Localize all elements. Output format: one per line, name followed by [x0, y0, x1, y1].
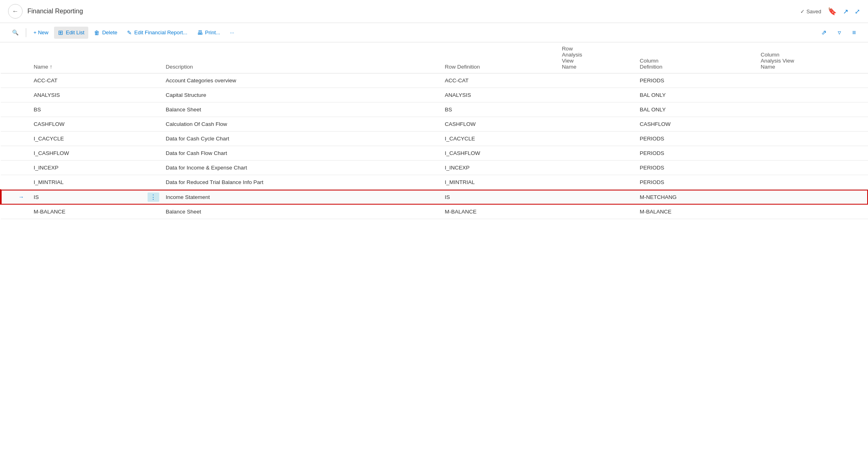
col-column-analysis-view-name: Column Analysis View Name: [756, 42, 868, 73]
row-arrow: [14, 117, 29, 132]
print-icon: 🖶: [197, 29, 203, 36]
row-row-definition: CASHFLOW: [440, 117, 557, 132]
row-analysis-view-name: [557, 117, 635, 132]
row-selector: [1, 190, 14, 205]
new-button-label: + New: [33, 29, 48, 36]
table-row[interactable]: ACC-CATAccount Categories overviewACC-CA…: [1, 73, 868, 88]
row-name: I_CACYCLE: [29, 132, 146, 146]
table-row[interactable]: ANALYSISCapital StructureANALYSISBAL ONL…: [1, 88, 868, 103]
row-column-analysis-view-name: [756, 117, 868, 132]
header-actions: ✓ Saved 🔖 ↗ ⤢: [800, 7, 860, 16]
row-selector: [1, 103, 14, 117]
row-column-definition: CASHFLOW: [635, 117, 756, 132]
edit-list-button[interactable]: ⊞ Edit List: [54, 27, 88, 39]
row-row-definition: ACC-CAT: [440, 73, 557, 88]
bookmark-icon[interactable]: 🔖: [828, 7, 837, 16]
row-arrow: [14, 103, 29, 117]
table-row[interactable]: →IS⋮Income StatementISM-NETCHANG: [1, 190, 868, 205]
row-row-definition: I_CACYCLE: [440, 132, 557, 146]
row-arrow: [14, 88, 29, 103]
new-button[interactable]: + New: [29, 27, 52, 38]
toolbar-filter-button[interactable]: ▿: [834, 26, 845, 39]
row-name: CASHFLOW: [29, 117, 146, 132]
print-button[interactable]: 🖶 Print...: [193, 27, 225, 38]
row-description: Data for Income & Expense Chart: [161, 161, 440, 175]
row-column-definition: M-NETCHANG: [635, 190, 756, 205]
row-row-definition: I_CASHFLOW: [440, 146, 557, 161]
row-context-menu: [146, 117, 161, 132]
delete-button[interactable]: 🗑 Delete: [90, 27, 121, 38]
row-row-definition: IS: [440, 190, 557, 205]
row-description: Data for Reduced Trial Balance Info Part: [161, 175, 440, 190]
financial-reports-table: Name ↑ Description Row Definition Row An…: [0, 42, 868, 219]
row-column-definition: BAL ONLY: [635, 103, 756, 117]
row-name: I_INCEXP: [29, 161, 146, 175]
row-column-definition: PERIODS: [635, 161, 756, 175]
search-button[interactable]: 🔍: [8, 27, 23, 38]
row-arrow: →: [14, 190, 29, 205]
toolbar-columns-button[interactable]: ≡: [848, 27, 860, 39]
page-header: ← Financial Reporting ✓ Saved 🔖 ↗ ⤢: [0, 0, 868, 23]
table-row[interactable]: I_MINTRIALData for Reduced Trial Balance…: [1, 175, 868, 190]
row-selector: [1, 73, 14, 88]
table-row[interactable]: I_CASHFLOWData for Cash Flow ChartI_CASH…: [1, 146, 868, 161]
delete-icon: 🗑: [94, 29, 100, 36]
share-icon[interactable]: ↗: [843, 8, 848, 15]
row-description: Income Statement: [161, 190, 440, 205]
row-column-analysis-view-name: [756, 175, 868, 190]
page-title: Financial Reporting: [27, 8, 795, 15]
row-name: IS: [29, 190, 146, 205]
row-context-menu: [146, 175, 161, 190]
toolbar-divider-1: [26, 28, 26, 37]
row-context-menu[interactable]: ⋮: [146, 190, 161, 205]
expand-icon[interactable]: ⤢: [855, 8, 860, 15]
edit-report-icon: ✎: [127, 29, 132, 36]
row-context-menu: [146, 73, 161, 88]
row-arrow: [14, 205, 29, 219]
row-analysis-view-name: [557, 175, 635, 190]
row-analysis-view-name: [557, 161, 635, 175]
row-description: Data for Cash Flow Chart: [161, 146, 440, 161]
more-icon: ···: [230, 29, 234, 36]
row-row-definition: I_INCEXP: [440, 161, 557, 175]
edit-report-button[interactable]: ✎ Edit Financial Report...: [123, 27, 192, 38]
row-description: Data for Cash Cycle Chart: [161, 132, 440, 146]
checkmark-icon: ✓: [800, 8, 805, 15]
col-column-definition: Column Definition: [635, 42, 756, 73]
row-name: ACC-CAT: [29, 73, 146, 88]
row-column-analysis-view-name: [756, 103, 868, 117]
back-button[interactable]: ←: [8, 4, 23, 19]
print-label: Print...: [205, 29, 221, 36]
row-column-analysis-view-name: [756, 205, 868, 219]
row-selector: [1, 205, 14, 219]
context-dots-icon[interactable]: ⋮: [148, 192, 159, 202]
table-row[interactable]: CASHFLOWCalculation Of Cash FlowCASHFLOW…: [1, 117, 868, 132]
table-row[interactable]: I_INCEXPData for Income & Expense ChartI…: [1, 161, 868, 175]
row-analysis-view-name: [557, 73, 635, 88]
table-row[interactable]: BSBalance SheetBSBAL ONLY: [1, 103, 868, 117]
table-row[interactable]: I_CACYCLEData for Cash Cycle ChartI_CACY…: [1, 132, 868, 146]
row-description: Account Categories overview: [161, 73, 440, 88]
row-context-menu: [146, 88, 161, 103]
col-name[interactable]: Name ↑: [29, 42, 146, 73]
row-column-analysis-view-name: [756, 73, 868, 88]
row-description: Calculation Of Cash Flow: [161, 117, 440, 132]
saved-label: Saved: [806, 8, 821, 15]
col-ctx: [146, 42, 161, 73]
row-column-definition: PERIODS: [635, 175, 756, 190]
delete-label: Delete: [102, 29, 117, 36]
row-description: Balance Sheet: [161, 205, 440, 219]
row-arrow: [14, 73, 29, 88]
more-button[interactable]: ···: [226, 27, 238, 38]
row-row-definition: BS: [440, 103, 557, 117]
row-column-analysis-view-name: [756, 146, 868, 161]
col-row-definition: Row Definition: [440, 42, 557, 73]
columns-icon: ≡: [852, 29, 856, 36]
row-selector: [1, 161, 14, 175]
table-row[interactable]: M-BALANCEBalance SheetM-BALANCEM-BALANCE: [1, 205, 868, 219]
col-selector: [1, 42, 14, 73]
edit-report-label: Edit Financial Report...: [134, 29, 187, 36]
row-name: BS: [29, 103, 146, 117]
row-arrow: [14, 175, 29, 190]
toolbar-share-button[interactable]: ⇗: [817, 26, 831, 39]
